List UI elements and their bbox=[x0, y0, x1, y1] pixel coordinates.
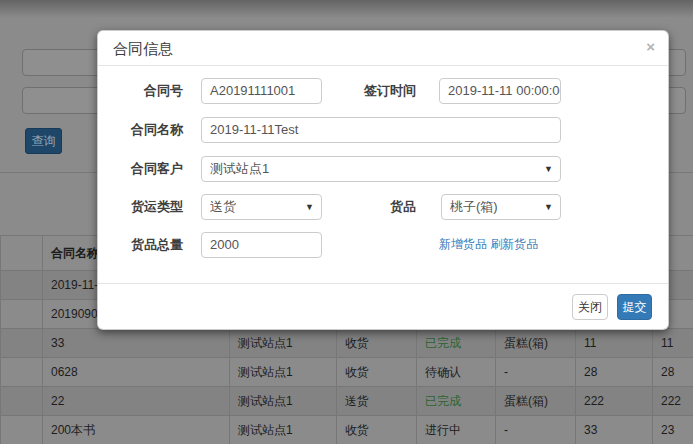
table-cell: 33 bbox=[576, 416, 653, 444]
table-cell: 收货 bbox=[337, 358, 417, 387]
modal-header-divider bbox=[98, 65, 668, 66]
sign-time-label: 签订时间 bbox=[328, 78, 416, 104]
quantity-input[interactable]: 2000 bbox=[201, 232, 322, 258]
table-row[interactable]: 22测试站点1送货已完成蛋糕(箱)2222222019-06-24 00:00:… bbox=[1, 387, 693, 416]
table-cell: 222 bbox=[653, 387, 693, 416]
table-cell: 0628 bbox=[43, 358, 230, 387]
table-cell: 已完成 bbox=[417, 387, 496, 416]
customer-select-value: 测试站点1 bbox=[210, 161, 269, 176]
close-button[interactable]: 关闭 bbox=[572, 294, 608, 320]
table-cell: 已完成 bbox=[417, 329, 496, 358]
table-cell: - bbox=[496, 358, 576, 387]
refresh-goods-link[interactable]: 刷新货品 bbox=[490, 237, 538, 251]
goods-select-value: 桃子(箱) bbox=[450, 199, 498, 214]
table-cell: 蛋糕(箱) bbox=[496, 387, 576, 416]
goods-links: 新增货品 刷新货品 bbox=[439, 236, 538, 253]
table-cell: 11 bbox=[653, 329, 693, 358]
chevron-down-icon: ▼ bbox=[544, 195, 553, 219]
table-row[interactable]: 200本书测试站点1收货进行中-33232019-06-24 00:00:00 bbox=[1, 416, 693, 444]
table-cell: 测试站点1 bbox=[230, 387, 337, 416]
page: 查询 合同名称 2019-11-11Test00:002019090500109… bbox=[0, 0, 693, 444]
chevron-down-icon: ▼ bbox=[544, 157, 553, 181]
table-cell bbox=[1, 387, 43, 416]
freight-type-label: 货运类型 bbox=[98, 194, 183, 220]
goods-select[interactable]: 桃子(箱) ▼ bbox=[441, 194, 561, 220]
table-row[interactable]: 33测试站点1收货已完成蛋糕(箱)11112019-06-27 00:00:00 bbox=[1, 329, 693, 358]
goods-label: 货品 bbox=[328, 194, 416, 220]
modal-footer-divider bbox=[98, 283, 668, 284]
table-cell: 送货 bbox=[337, 387, 417, 416]
table-cell: 收货 bbox=[337, 329, 417, 358]
contract-name-input[interactable]: 2019-11-11Test bbox=[201, 117, 561, 143]
chevron-down-icon: ▼ bbox=[305, 195, 314, 219]
submit-button[interactable]: 提交 bbox=[617, 294, 652, 320]
table-cell bbox=[1, 358, 43, 387]
customer-label: 合同客户 bbox=[98, 156, 183, 182]
add-goods-link[interactable]: 新增货品 bbox=[439, 237, 487, 251]
contract-no-input[interactable]: A20191111001 bbox=[201, 78, 322, 104]
freight-type-select-value: 送货 bbox=[210, 199, 236, 214]
table-cell: 33 bbox=[43, 329, 230, 358]
table-cell bbox=[1, 300, 43, 329]
contract-no-label: 合同号 bbox=[98, 78, 183, 104]
table-cell: 蛋糕(箱) bbox=[496, 329, 576, 358]
table-cell bbox=[1, 329, 43, 358]
table-cell: 222 bbox=[576, 387, 653, 416]
table-cell: 23 bbox=[653, 416, 693, 444]
top-navbar bbox=[0, 0, 693, 18]
table-cell: 待确认 bbox=[417, 358, 496, 387]
table-row[interactable]: 0628测试站点1收货待确认-28282019-06-25 00:00:00 bbox=[1, 358, 693, 387]
sign-time-input[interactable]: 2019-11-11 00:00:00 bbox=[439, 78, 561, 104]
table-cell: - bbox=[496, 416, 576, 444]
table-cell: 测试站点1 bbox=[230, 329, 337, 358]
table-cell bbox=[1, 271, 43, 300]
freight-type-select[interactable]: 送货 ▼ bbox=[201, 194, 322, 220]
table-cell: 进行中 bbox=[417, 416, 496, 444]
query-button[interactable]: 查询 bbox=[25, 128, 62, 154]
contract-name-label: 合同名称 bbox=[98, 117, 183, 143]
table-cell: 28 bbox=[653, 358, 693, 387]
table-cell: 28 bbox=[576, 358, 653, 387]
table-cell: 测试站点1 bbox=[230, 416, 337, 444]
customer-select[interactable]: 测试站点1 ▼ bbox=[201, 156, 561, 182]
quantity-label: 货品总量 bbox=[98, 232, 183, 258]
table-cell: 22 bbox=[43, 387, 230, 416]
table-cell: 收货 bbox=[337, 416, 417, 444]
table-cell bbox=[1, 416, 43, 444]
close-icon[interactable]: × bbox=[646, 38, 655, 56]
table-cell: 200本书 bbox=[43, 416, 230, 444]
table-cell: 测试站点1 bbox=[230, 358, 337, 387]
table-cell: 11 bbox=[576, 329, 653, 358]
table-header-cell bbox=[1, 236, 43, 271]
modal-title: 合同信息 bbox=[113, 40, 173, 59]
contract-info-modal: 合同信息 × 合同号 A20191111001 签订时间 2019-11-11 … bbox=[97, 30, 669, 330]
